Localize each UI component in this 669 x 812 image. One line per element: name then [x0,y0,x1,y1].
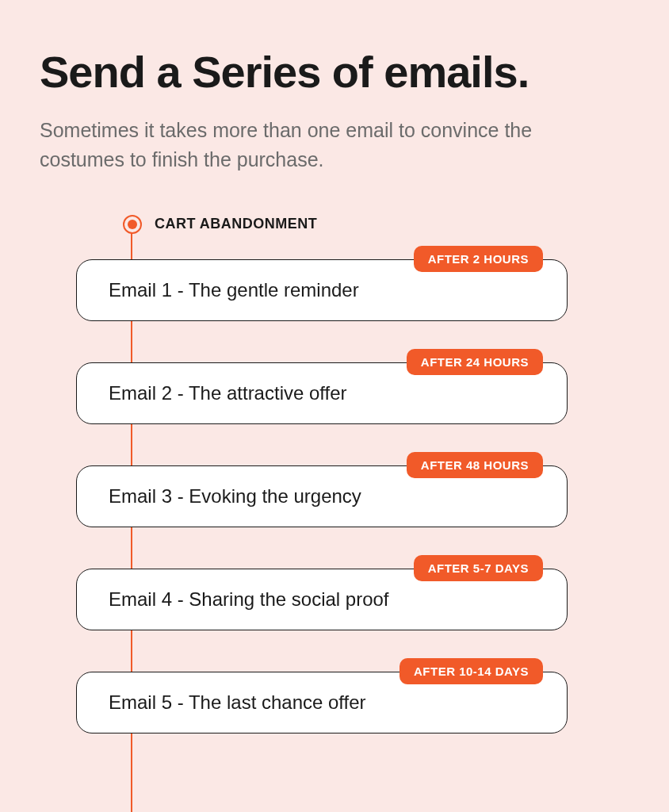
timeline-card: AFTER 2 HOURS Email 1 - The gentle remin… [76,259,568,321]
timeline-start-label: CART ABANDONMENT [155,216,317,232]
radio-marker-icon [123,215,142,234]
timing-badge: AFTER 5-7 DAYS [414,555,543,581]
timeline-card: AFTER 24 HOURS Email 2 - The attractive … [76,362,568,424]
radio-marker-inner-icon [128,220,137,229]
page-subtitle: Sometimes it takes more than one email t… [40,116,579,175]
timing-badge: AFTER 24 HOURS [407,349,543,375]
step-label: Email 3 - Evoking the urgency [109,485,548,508]
timeline-card: AFTER 10-14 DAYS Email 5 - The last chan… [76,672,568,733]
timeline-card: AFTER 48 HOURS Email 3 - Evoking the urg… [76,465,568,527]
timing-badge: AFTER 2 HOURS [414,246,543,272]
timeline-start-node: CART ABANDONMENT [123,215,317,234]
step-label: Email 2 - The attractive offer [109,382,548,404]
page-title: Send a Series of emails. [40,48,629,97]
step-label: Email 1 - The gentle reminder [109,279,548,301]
timing-badge: AFTER 10-14 DAYS [399,658,543,684]
timeline-container: CART ABANDONMENT AFTER 2 HOURS Email 1 -… [40,215,629,733]
timing-badge: AFTER 48 HOURS [407,452,543,478]
step-label: Email 5 - The last chance offer [109,691,548,714]
timeline-card: AFTER 5-7 DAYS Email 4 - Sharing the soc… [76,569,568,630]
timeline-cards: AFTER 2 HOURS Email 1 - The gentle remin… [127,215,629,733]
step-label: Email 4 - Sharing the social proof [109,588,548,611]
